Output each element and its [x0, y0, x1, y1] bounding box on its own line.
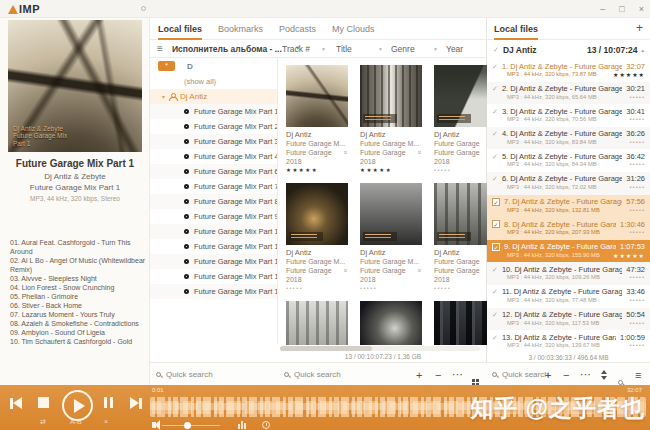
rating-stars[interactable]: ••••• — [434, 167, 487, 173]
expand-icon[interactable]: » — [417, 151, 424, 155]
tab-my-clouds[interactable]: My Clouds — [332, 18, 375, 40]
rating-stars[interactable]: ••••• — [629, 274, 645, 280]
remove-button[interactable]: − — [435, 363, 441, 386]
album-card[interactable]: Dj Antiz Future Garage M... Future Garag… — [286, 65, 348, 173]
rating-stars[interactable]: ••••• — [629, 207, 645, 213]
crossfade-icon[interactable]: × — [104, 418, 108, 425]
checkbox-checked-icon[interactable]: ✓ — [492, 243, 500, 251]
add-playlist-button[interactable]: + — [636, 21, 643, 35]
pause-button[interactable] — [104, 397, 113, 408]
expand-icon[interactable]: » — [343, 269, 350, 273]
checkbox-icon[interactable]: ✓ — [492, 153, 498, 160]
album-cover[interactable] — [360, 301, 422, 345]
column-track[interactable]: Track # — [282, 44, 310, 54]
expand-icon[interactable]: » — [343, 151, 350, 155]
album-cover[interactable] — [286, 65, 348, 127]
tree-album-item[interactable]: Future Garage Mix Part 15 — [150, 284, 277, 299]
album-cover[interactable] — [360, 65, 422, 127]
grid-search-field[interactable]: Quick search — [284, 363, 341, 386]
tree-album-item[interactable]: Future Garage Mix Part 3 — [150, 134, 277, 149]
tree-album-item[interactable]: Future Garage Mix Part 2 — [150, 119, 277, 134]
track-row[interactable]: ✓10. Dj Antiz & Zebyte - Future Garage .… — [487, 262, 650, 285]
play-button[interactable] — [62, 390, 93, 421]
tree-album-item[interactable]: Future Garage Mix Part 13 — [150, 254, 277, 269]
chevron-up-icon[interactable]: ▴ — [641, 47, 644, 53]
rating-stars[interactable]: ••••• — [629, 139, 645, 145]
menu-icon[interactable]: ≡ — [157, 43, 163, 54]
tree-search-field[interactable]: Quick search — [156, 363, 213, 386]
tree-album-item[interactable]: Future Garage Mix Part 7 — [150, 179, 277, 194]
track-row[interactable]: ✓6. Dj Antiz & Zebyte - Future Garage ..… — [487, 172, 650, 195]
rating-stars[interactable]: ★★★★★ — [286, 167, 348, 173]
track-row[interactable]: ✓13. Dj Antiz & Zebyte - Future Garage .… — [487, 330, 650, 353]
tree-album-item[interactable]: Future Garage Mix Part 9 — [150, 209, 277, 224]
checkbox-icon[interactable]: ✓ — [493, 46, 499, 53]
album-card[interactable] — [434, 301, 487, 345]
playlist-menu-icon[interactable]: ≡ — [635, 363, 641, 386]
sleep-timer-icon[interactable] — [262, 421, 270, 429]
chevron-down-icon[interactable]: ▾ — [162, 93, 165, 100]
checkbox-icon[interactable]: ✓ — [492, 63, 498, 70]
album-card[interactable]: Dj Antiz Future Garage M... Future Garag… — [360, 65, 422, 173]
rating-stars[interactable]: ★★★★★ — [613, 71, 645, 78]
title-bar[interactable]: IMP – □ × — [0, 0, 650, 18]
album-card[interactable] — [286, 301, 348, 345]
tree-album-item[interactable]: Future Garage Mix Part 4 — [150, 149, 277, 164]
album-card[interactable]: Dj Antiz Future Garage M... Future Garag… — [286, 183, 348, 291]
rating-stars[interactable]: ★★★★★ — [613, 252, 645, 259]
filter-icon[interactable]: ▼ — [321, 46, 326, 52]
track-row-checked[interactable]: ✓7. Dj Antiz & Zebyte - Future Garage ..… — [487, 195, 650, 218]
track-row[interactable]: ✓12. Dj Antiz & Zebyte - Future Garage .… — [487, 308, 650, 331]
rating-stars[interactable]: ••••• — [629, 184, 645, 190]
close-button[interactable]: × — [639, 4, 644, 14]
group-badge[interactable]: * — [158, 61, 175, 71]
column-title[interactable]: Title — [336, 44, 352, 54]
checkbox-icon[interactable]: ✓ — [492, 85, 498, 92]
album-cover[interactable] — [434, 65, 487, 127]
more-button[interactable]: ⋯ — [452, 363, 463, 386]
tab-podcasts[interactable]: Podcasts — [279, 18, 316, 40]
rating-stars[interactable]: ★★★★★ — [360, 167, 422, 173]
checkbox-icon[interactable]: ✓ — [492, 175, 498, 182]
shuffle-icon[interactable]: ⇄ — [40, 418, 46, 426]
expand-icon[interactable]: » — [417, 269, 424, 273]
column-genre[interactable]: Genre — [391, 44, 415, 54]
more-button[interactable]: ⋯ — [580, 363, 591, 386]
horizontal-scrollbar[interactable] — [280, 346, 480, 351]
checkbox-icon[interactable]: ✓ — [492, 130, 498, 137]
checkbox-icon[interactable]: ✓ — [492, 266, 498, 273]
previous-button[interactable] — [10, 397, 22, 409]
maximize-button[interactable]: □ — [619, 4, 624, 14]
track-row[interactable]: ✓5. Dj Antiz & Zebyte - Future Garage ..… — [487, 149, 650, 172]
checkbox-icon[interactable]: ✓ — [492, 311, 498, 318]
rating-stars[interactable]: ••••• — [629, 297, 645, 303]
volume-slider[interactable] — [162, 425, 220, 426]
album-cover[interactable] — [434, 301, 487, 345]
album-card[interactable] — [360, 301, 422, 345]
column-year[interactable]: Year — [446, 44, 463, 54]
tab-bookmarks[interactable]: Bookmarks — [218, 18, 263, 40]
rating-stars[interactable]: ••••• — [629, 94, 645, 100]
rating-stars[interactable]: ••••• — [629, 116, 645, 122]
album-cover[interactable] — [286, 183, 348, 245]
track-row[interactable]: ✓2. Dj Antiz & Zebyte - Future Garage ..… — [487, 82, 650, 105]
scrollbar-thumb[interactable] — [280, 346, 372, 351]
tree-album-item[interactable]: Future Garage Mix Part 6 — [150, 164, 277, 179]
add-button[interactable]: + — [416, 363, 422, 386]
rating-stars[interactable]: ••••• — [434, 285, 487, 291]
grouping-selector[interactable]: Исполнитель альбома - ... — [172, 44, 282, 54]
next-button[interactable] — [130, 397, 142, 409]
album-card[interactable]: Dj Antiz Future Garage Future Garage 201… — [434, 65, 487, 173]
album-card[interactable]: Dj Antiz Future Garage Future Garage 201… — [434, 183, 487, 291]
track-row-checked[interactable]: ✓8. Dj Antiz & Zebyte - Future Garage ..… — [487, 217, 650, 240]
tree-album-item[interactable]: Future Garage Mix Part 1 — [150, 104, 277, 119]
checkbox-icon[interactable]: ✓ — [492, 288, 498, 295]
checkbox-icon[interactable]: ✓ — [492, 334, 498, 341]
rating-stars[interactable]: ••••• — [629, 320, 645, 326]
rating-stars[interactable]: ••••• — [629, 161, 645, 167]
track-row[interactable]: ✓3. Dj Antiz & Zebyte - Future Garage ..… — [487, 104, 650, 127]
tree-artist-dj-antiz[interactable]: ▾ Dj Antiz — [150, 89, 277, 104]
show-all-link[interactable]: (show all) — [150, 74, 277, 89]
checkbox-icon[interactable]: ✓ — [492, 108, 498, 115]
playlist-group-header[interactable]: ✓ DJ Antiz 13 / 10:07:24 ▴ — [487, 40, 650, 59]
